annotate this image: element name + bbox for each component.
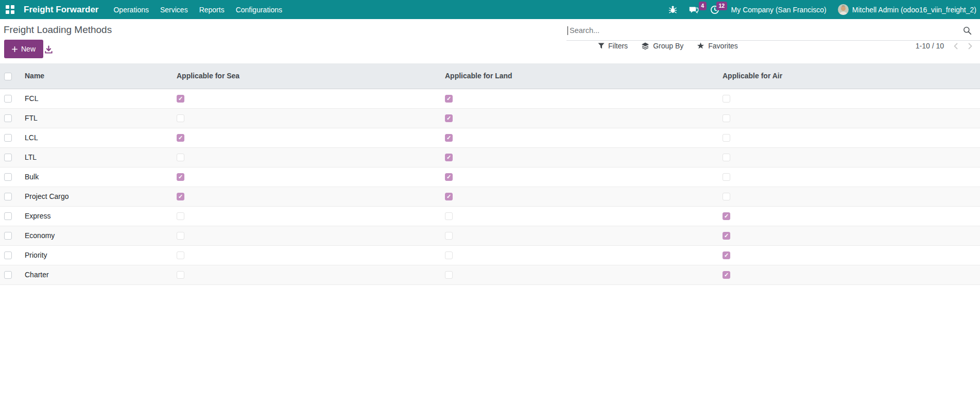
cell-sea[interactable] <box>173 265 441 284</box>
cell-select[interactable] <box>0 226 21 245</box>
air-checkbox <box>723 154 730 161</box>
menu-item-reports[interactable]: Reports <box>194 0 230 19</box>
cell-name[interactable]: Express <box>21 206 173 226</box>
row-select-checkbox[interactable] <box>4 134 12 142</box>
activities-clock-icon[interactable]: 12 <box>704 0 725 19</box>
cell-name[interactable]: FCL <box>21 89 173 108</box>
cell-select[interactable] <box>0 128 21 147</box>
cell-air[interactable] <box>718 147 980 167</box>
table-row[interactable]: Economy <box>0 226 980 245</box>
cell-sea[interactable] <box>173 89 441 108</box>
select-all-checkbox[interactable] <box>4 73 12 80</box>
text-caret <box>568 26 568 35</box>
row-select-checkbox[interactable] <box>4 114 12 122</box>
search-icon[interactable] <box>963 26 972 35</box>
cell-air[interactable] <box>718 265 980 284</box>
cell-select[interactable] <box>0 245 21 265</box>
row-select-checkbox[interactable] <box>4 271 12 279</box>
table-row[interactable]: Bulk <box>0 167 980 187</box>
cell-select[interactable] <box>0 206 21 226</box>
company-switcher[interactable]: My Company (San Francisco) <box>725 6 833 14</box>
cell-select[interactable] <box>0 167 21 187</box>
table-row[interactable]: FTL <box>0 108 980 128</box>
table-row[interactable]: Charter <box>0 265 980 284</box>
debug-bug-icon[interactable] <box>663 0 683 19</box>
cell-name[interactable]: Bulk <box>21 167 173 187</box>
pager-previous-button[interactable] <box>950 41 961 51</box>
pager-next-button[interactable] <box>965 41 976 51</box>
messages-icon[interactable]: 4 <box>683 0 704 19</box>
export-download-button[interactable] <box>43 44 54 57</box>
cell-air[interactable] <box>718 226 980 245</box>
top-navbar: Freight Forwarder OperationsServicesRepo… <box>0 0 980 19</box>
cell-select[interactable] <box>0 187 21 206</box>
cell-sea[interactable] <box>173 128 441 147</box>
row-select-checkbox[interactable] <box>4 232 12 240</box>
app-brand[interactable]: Freight Forwarder <box>21 5 101 15</box>
group-by-button[interactable]: Group By <box>634 42 690 50</box>
cell-air[interactable] <box>718 206 980 226</box>
cell-air[interactable] <box>718 245 980 265</box>
column-header-land[interactable]: Applicable for Land <box>441 63 718 89</box>
apps-menu-icon[interactable] <box>6 5 14 14</box>
table-row[interactable]: LTL <box>0 147 980 167</box>
cell-land[interactable] <box>441 89 718 108</box>
row-select-checkbox[interactable] <box>4 212 12 220</box>
favorites-button[interactable]: Favorites <box>690 42 745 50</box>
cell-air[interactable] <box>718 128 980 147</box>
cell-select[interactable] <box>0 89 21 108</box>
cell-land[interactable] <box>441 147 718 167</box>
row-select-checkbox[interactable] <box>4 173 12 181</box>
cell-air[interactable] <box>718 89 980 108</box>
cell-land[interactable] <box>441 108 718 128</box>
table-row[interactable]: LCL <box>0 128 980 147</box>
cell-select[interactable] <box>0 147 21 167</box>
menu-item-services[interactable]: Services <box>154 0 194 19</box>
table-row[interactable]: Priority <box>0 245 980 265</box>
row-select-checkbox[interactable] <box>4 154 12 161</box>
cell-select[interactable] <box>0 265 21 284</box>
row-select-checkbox[interactable] <box>4 251 12 259</box>
table-row[interactable]: Project Cargo <box>0 187 980 206</box>
user-menu[interactable]: Mitchell Admin (odoo16_viin_freight_2) <box>833 4 980 15</box>
new-button[interactable]: New <box>4 40 43 58</box>
table-row[interactable]: FCL <box>0 89 980 108</box>
cell-sea[interactable] <box>173 206 441 226</box>
cell-sea[interactable] <box>173 187 441 206</box>
pager-value[interactable]: 1-10 / 10 <box>913 42 947 50</box>
cell-sea[interactable] <box>173 147 441 167</box>
cell-sea[interactable] <box>173 245 441 265</box>
menu-item-configurations[interactable]: Configurations <box>230 0 288 19</box>
cell-sea[interactable] <box>173 226 441 245</box>
cell-name[interactable]: Project Cargo <box>21 187 173 206</box>
activities-count-badge: 12 <box>716 2 727 10</box>
cell-name[interactable]: Priority <box>21 245 173 265</box>
star-icon <box>697 42 704 49</box>
cell-air[interactable] <box>718 108 980 128</box>
cell-land[interactable] <box>441 167 718 187</box>
cell-name[interactable]: Charter <box>21 265 173 284</box>
cell-select[interactable] <box>0 108 21 128</box>
cell-land[interactable] <box>441 245 718 265</box>
cell-name[interactable]: FTL <box>21 108 173 128</box>
cell-sea[interactable] <box>173 108 441 128</box>
cell-air[interactable] <box>718 187 980 206</box>
cell-sea[interactable] <box>173 167 441 187</box>
cell-land[interactable] <box>441 226 718 245</box>
cell-name[interactable]: LCL <box>21 128 173 147</box>
column-header-name[interactable]: Name <box>21 63 173 89</box>
filters-button[interactable]: Filters <box>591 42 634 50</box>
cell-name[interactable]: Economy <box>21 226 173 245</box>
cell-land[interactable] <box>441 265 718 284</box>
row-select-checkbox[interactable] <box>4 95 12 103</box>
column-header-air[interactable]: Applicable for Air <box>718 63 980 89</box>
column-header-sea[interactable]: Applicable for Sea <box>173 63 441 89</box>
row-select-checkbox[interactable] <box>4 193 12 200</box>
cell-air[interactable] <box>718 167 980 187</box>
menu-item-operations[interactable]: Operations <box>108 0 154 19</box>
cell-land[interactable] <box>441 187 718 206</box>
cell-land[interactable] <box>441 128 718 147</box>
cell-name[interactable]: LTL <box>21 147 173 167</box>
table-row[interactable]: Express <box>0 206 980 226</box>
cell-land[interactable] <box>441 206 718 226</box>
